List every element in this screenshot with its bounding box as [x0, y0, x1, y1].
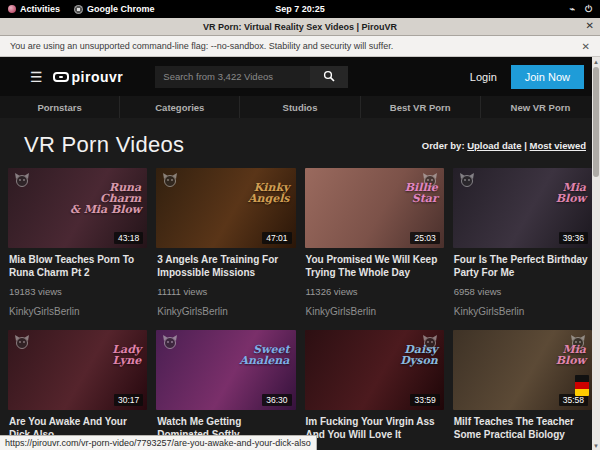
video-card[interactable]: Kinky Angels 47:01 3 Angels Are Training…	[156, 168, 295, 317]
site-logo[interactable]: pirouvr	[53, 69, 124, 85]
activities-button[interactable]: Activities	[8, 4, 60, 14]
studio-cat-logo-icon	[162, 334, 178, 350]
studio-cat-logo-icon	[14, 172, 30, 188]
thumbnail-caption: Mia Blow	[556, 182, 586, 204]
window-title: VR Porn: Virtual Reality Sex Videos | Pi…	[203, 22, 397, 32]
duration-badge: 39:36	[559, 232, 588, 244]
video-title[interactable]: Milf Teaches The Teacher Some Practical …	[454, 416, 591, 441]
video-studio-link[interactable]: KinkyGirlsBerlin	[306, 306, 443, 317]
video-thumbnail[interactable]: Daisy Dyson 33:59	[305, 330, 444, 410]
video-thumbnail[interactable]: Runa Charm & Mia Blow 43:18	[8, 168, 147, 248]
video-views: 19183 views	[9, 286, 146, 297]
status-bar-url: https://pirouvr.com/vr-porn-video/779325…	[0, 435, 317, 450]
video-thumbnail[interactable]: Mia Blow 39:36	[453, 168, 592, 248]
os-top-bar: Activities Google Chrome Sep 7 20:25 ⌁ ⏻	[0, 0, 600, 18]
app-name-label: Google Chrome	[87, 4, 155, 14]
search-button[interactable]	[310, 66, 348, 88]
studio-cat-logo-icon	[162, 172, 178, 188]
window-close-icon[interactable]: ✕	[586, 20, 594, 31]
video-card[interactable]: Runa Charm & Mia Blow 43:18 Mia Blow Tea…	[8, 168, 147, 317]
thumbnail-caption: Mia Blow	[556, 344, 586, 366]
video-thumbnail[interactable]: Lady Lyne 30:17	[8, 330, 147, 410]
focused-app-menu[interactable]: Google Chrome	[74, 4, 155, 14]
video-card[interactable]: Lady Lyne 30:17 Are You Awake And Your D…	[8, 330, 147, 450]
scroll-down-icon[interactable]: ▼	[592, 441, 600, 450]
logo-text: pirouvr	[72, 69, 124, 85]
video-card[interactable]: Mia Blow 35:58 Milf Teaches The Teacher …	[453, 330, 592, 450]
video-studio-link[interactable]: KinkyGirlsBerlin	[157, 306, 294, 317]
video-card[interactable]: Mia Blow 39:36 Four Is The Perfect Birth…	[453, 168, 592, 317]
thumbnail-caption: Daisy Dyson	[400, 344, 437, 366]
video-thumbnail[interactable]: Kinky Angels 47:01	[156, 168, 295, 248]
video-title[interactable]: You Promised We Will Keep Trying The Who…	[306, 254, 443, 279]
video-thumbnail[interactable]: Sweet Analena 36:30	[156, 330, 295, 410]
chrome-icon	[74, 5, 83, 14]
video-studio-link[interactable]: KinkyGirlsBerlin	[454, 306, 591, 317]
infobar-message: You are using an unsupported command-lin…	[10, 41, 393, 51]
video-views: 11111 views	[157, 286, 294, 297]
duration-badge: 25:03	[410, 232, 439, 244]
video-views: 11326 views	[306, 286, 443, 297]
thumbnail-caption: Sweet Analena	[240, 344, 290, 366]
infobar-close-icon[interactable]: ✕	[582, 41, 590, 52]
network-icon[interactable]: ⌁	[569, 4, 574, 14]
main-nav: PornstarsCategoriesStudiosBest VR PornNe…	[0, 96, 600, 118]
orderby-controls: Order by: Upload date | Most viewed	[422, 140, 586, 151]
orderby-label: Order by:	[422, 140, 467, 151]
video-thumbnail[interactable]: Mia Blow 35:58	[453, 330, 592, 410]
video-title[interactable]: Mia Blow Teaches Porn To Runa Charm Pt 2	[9, 254, 146, 279]
scrollbar-thumb[interactable]	[593, 67, 599, 177]
search-input[interactable]	[155, 66, 310, 88]
clock[interactable]: Sep 7 20:25	[275, 4, 325, 14]
search-bar	[155, 66, 348, 88]
video-title[interactable]: 3 Angels Are Training For Impossible Mis…	[157, 254, 294, 279]
thumbnail-caption: Lady Lyne	[112, 344, 141, 366]
video-thumbnail[interactable]: Billie Star 25:03	[305, 168, 444, 248]
video-card[interactable]: Billie Star 25:03 You Promised We Will K…	[305, 168, 444, 317]
page-title: VR Porn Videos	[24, 132, 184, 158]
orderby-most-viewed-link[interactable]: Most viewed	[530, 140, 587, 151]
nav-item-studios[interactable]: Studios	[240, 96, 360, 118]
orderby-upload-date-link[interactable]: Upload date	[467, 140, 521, 151]
video-views: 6958 views	[454, 286, 591, 297]
join-now-button[interactable]: Join Now	[511, 65, 584, 89]
studio-cat-logo-icon	[14, 334, 30, 350]
german-flag-icon	[575, 375, 589, 396]
video-grid: Runa Charm & Mia Blow 43:18 Mia Blow Tea…	[0, 168, 600, 450]
browser-scrollbar[interactable]: ▲ ▼	[592, 57, 600, 450]
distro-icon	[8, 5, 16, 13]
studio-cat-logo-icon	[459, 172, 475, 188]
site-header: ☰ pirouvr Login Join Now	[0, 57, 600, 96]
thumbnail-caption: Kinky Angels	[248, 182, 290, 204]
scroll-up-icon[interactable]: ▲	[592, 57, 600, 66]
duration-badge: 47:01	[262, 232, 291, 244]
activities-label: Activities	[20, 4, 60, 14]
video-card[interactable]: Daisy Dyson 33:59 Im Fucking Your Virgin…	[305, 330, 444, 450]
video-studio-link[interactable]: KinkyGirlsBerlin	[9, 306, 146, 317]
chrome-infobar: You are using an unsupported command-lin…	[0, 36, 600, 57]
window-titlebar: VR Porn: Virtual Reality Sex Videos | Pi…	[0, 18, 600, 36]
nav-item-pornstars[interactable]: Pornstars	[0, 96, 120, 118]
nav-item-categories[interactable]: Categories	[120, 96, 240, 118]
video-title[interactable]: Im Fucking Your Virgin Ass And You Will …	[306, 416, 443, 441]
duration-badge: 36:30	[262, 394, 291, 406]
nav-item-best-vr-porn[interactable]: Best VR Porn	[361, 96, 481, 118]
video-card[interactable]: Sweet Analena 36:30 Watch Me Getting Dom…	[156, 330, 295, 450]
login-link[interactable]: Login	[470, 71, 497, 83]
hamburger-menu-icon[interactable]: ☰	[30, 70, 43, 84]
search-icon	[323, 70, 335, 82]
power-icon[interactable]: ⏻	[585, 4, 592, 15]
duration-badge: 33:59	[410, 394, 439, 406]
nav-item-new-vr-porn[interactable]: New VR Porn	[481, 96, 600, 118]
vr-goggles-icon	[53, 72, 69, 82]
duration-badge: 43:18	[114, 232, 143, 244]
thumbnail-caption: Billie Star	[405, 182, 438, 204]
thumbnail-caption: Runa Charm & Mia Blow	[70, 182, 141, 215]
orderby-separator: |	[522, 140, 530, 151]
video-title[interactable]: Four Is The Perfect Birthday Party For M…	[454, 254, 591, 279]
duration-badge: 30:17	[114, 394, 143, 406]
